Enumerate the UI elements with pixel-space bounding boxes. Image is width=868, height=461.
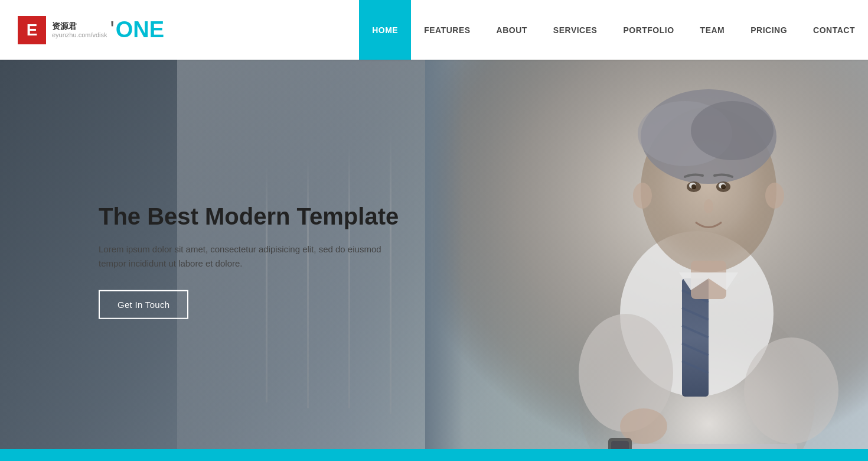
logo-area: E 资源君 eyunzhu.com/vdisk ' ONE — [0, 0, 182, 60]
logo-e-icon: E — [18, 16, 46, 44]
logo-chinese-text: 资源君 — [52, 21, 107, 31]
navbar: E 资源君 eyunzhu.com/vdisk ' ONE HOME FEATU… — [0, 0, 868, 60]
svg-point-24 — [744, 337, 838, 444]
hero-section: The Best Modern Template Lorem ipsum dol… — [0, 60, 868, 461]
nav-features[interactable]: FEATURES — [411, 0, 483, 60]
logo-text-block: 资源君 eyunzhu.com/vdisk — [52, 21, 107, 38]
nav-team[interactable]: TEAM — [687, 0, 738, 60]
logo-apostrophe: ' — [110, 17, 115, 43]
svg-point-21 — [765, 183, 784, 209]
logo-one-text: ONE — [116, 17, 164, 43]
svg-point-20 — [633, 183, 652, 209]
hero-title: The Best Modern Template — [99, 202, 406, 230]
nav-links: HOME FEATURES ABOUT SERVICES PORTFOLIO T… — [359, 0, 868, 60]
svg-point-18 — [721, 184, 726, 189]
nav-contact[interactable]: CONTACT — [800, 0, 868, 60]
logo-subdomain: eyunzhu.com/vdisk — [52, 31, 107, 38]
hero-description: Lorem ipsum dolor sit amet, consectetur … — [99, 242, 406, 271]
hero-content: The Best Modern Template Lorem ipsum dol… — [99, 202, 406, 319]
nav-services[interactable]: SERVICES — [540, 0, 611, 60]
nav-pricing[interactable]: PRICING — [738, 0, 800, 60]
bottom-accent-bar — [0, 449, 868, 461]
hero-cta-button[interactable]: Get In Touch — [99, 290, 188, 319]
svg-rect-30 — [425, 60, 555, 461]
nav-home[interactable]: HOME — [359, 0, 411, 60]
nav-about[interactable]: ABOUT — [484, 0, 540, 60]
svg-point-19 — [704, 199, 713, 213]
svg-point-17 — [691, 184, 696, 189]
hero-person-image — [425, 60, 868, 461]
svg-point-12 — [691, 101, 774, 160]
nav-portfolio[interactable]: PORTFOLIO — [610, 0, 687, 60]
